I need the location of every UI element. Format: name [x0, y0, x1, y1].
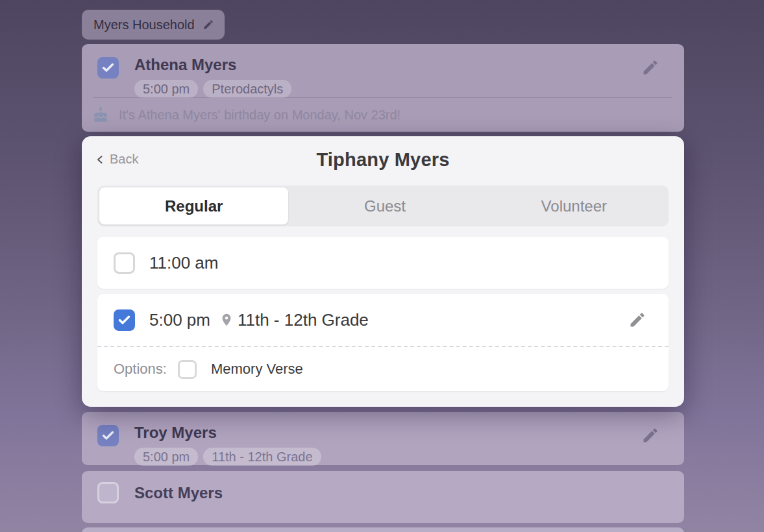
session-row-11am[interactable]: 11:00 am: [97, 237, 669, 289]
tab-volunteer[interactable]: Volunteer: [480, 186, 669, 226]
member-name: Athena Myers: [134, 57, 291, 73]
tab-guest[interactable]: Guest: [290, 186, 479, 226]
pencil-icon: [203, 19, 214, 30]
tab-regular[interactable]: Regular: [99, 187, 288, 224]
attendance-type-tabs: Regular Guest Volunteer: [97, 186, 669, 226]
household-name-label: Myers Household: [93, 18, 195, 32]
time-badge: 5:00 pm: [134, 448, 198, 466]
time-badge: 5:00 pm: [134, 80, 198, 98]
session-location: 11th - 12th Grade: [238, 310, 369, 330]
birthday-note: It's Athena Myers' birthday on Monday, N…: [119, 108, 400, 123]
pencil-icon[interactable]: [641, 58, 659, 77]
birthday-cake-icon: [92, 106, 109, 123]
member-name: Scott Myers: [134, 485, 223, 501]
options-label: Options:: [114, 361, 167, 378]
pencil-icon: [628, 311, 647, 329]
check-icon: [101, 429, 115, 442]
checkin-screen: Myers Household Athena Myers 5:00 pm Pte…: [0, 0, 764, 532]
checkbox-5pm-checked[interactable]: [114, 309, 135, 331]
household-name-button[interactable]: Myers Household: [82, 10, 225, 40]
checkbox-athena-checked[interactable]: [97, 57, 119, 79]
location-pin-icon: [219, 313, 234, 327]
checkbox-scott-unchecked[interactable]: [97, 482, 119, 503]
modal-header: Back Tiphany Myers: [82, 136, 684, 180]
location-badge: Pterodactyls: [203, 80, 291, 98]
location-badge: 11th - 12th Grade: [203, 448, 321, 466]
member-card-scott[interactable]: Scott Myers: [82, 471, 684, 523]
session-time: 11:00 am: [149, 253, 218, 273]
checkbox-memory-verse-unchecked[interactable]: [178, 360, 197, 379]
member-card-partial[interactable]: [82, 527, 684, 532]
edit-session-button[interactable]: [628, 311, 647, 329]
check-icon: [117, 313, 131, 327]
member-card-troy[interactable]: Troy Myers 5:00 pm 11th - 12th Grade: [82, 412, 684, 465]
session-time: 5:00 pm: [149, 310, 210, 330]
option-label: Memory Verse: [211, 361, 303, 378]
divider: [93, 97, 672, 98]
member-name: Troy Myers: [134, 425, 321, 441]
session-row-5pm[interactable]: 5:00 pm 11th - 12th Grade Options: Memor…: [97, 294, 669, 391]
checkbox-troy-checked[interactable]: [97, 425, 119, 446]
checkbox-11am-unchecked[interactable]: [114, 252, 135, 274]
page-title: Tiphany Myers: [82, 149, 684, 171]
options-row: Options: Memory Verse: [97, 346, 669, 391]
check-icon: [101, 61, 115, 75]
person-detail-modal: Back Tiphany Myers Regular Guest Volunte…: [82, 136, 684, 407]
pencil-icon[interactable]: [641, 426, 659, 444]
member-card-athena[interactable]: Athena Myers 5:00 pm Pterodactyls It's A…: [82, 44, 684, 132]
